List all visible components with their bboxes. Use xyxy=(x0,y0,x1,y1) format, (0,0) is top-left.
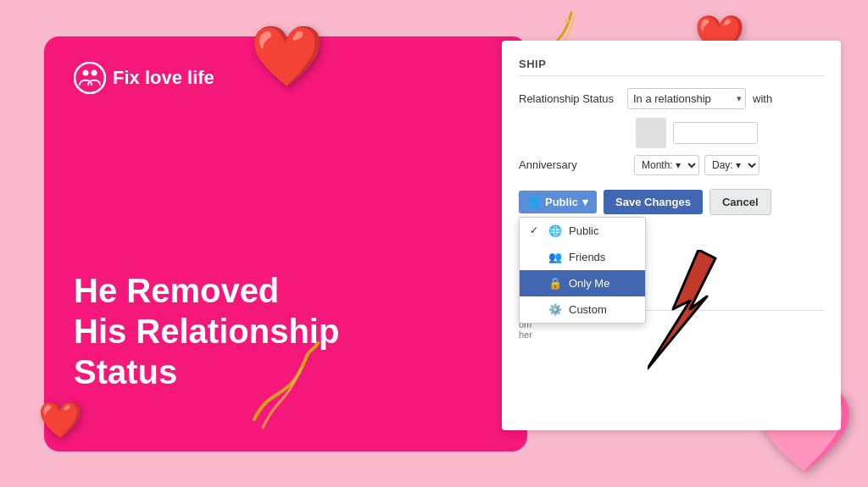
dropdown-only-me-label: Only Me xyxy=(569,277,609,290)
cursor-arrow xyxy=(648,250,758,377)
dropdown-custom[interactable]: ⚙️ Custom xyxy=(520,296,645,323)
privacy-dropdown: ✓ 🌐 Public 👥 Friends 🔒 Only Me ⚙️ xyxy=(519,217,646,324)
logo-text: Fix love life xyxy=(113,67,214,89)
main-container: ❤️ ❤️ ❤️ 🩷 🩷 Fix love life xyxy=(0,0,868,487)
dropdown-custom-label: Custom xyxy=(569,303,607,316)
dropdown-public-icon: 🌐 xyxy=(548,224,562,237)
dropdown-public[interactable]: ✓ 🌐 Public xyxy=(520,218,645,244)
deco-heart-top-left: ❤️ xyxy=(250,21,324,91)
dropdown-friends[interactable]: 👥 Friends xyxy=(520,244,645,270)
relationship-select[interactable]: In a relationship Single Engaged Married… xyxy=(627,88,746,109)
anniversary-label: Anniversary xyxy=(519,158,629,171)
partner-row xyxy=(519,118,824,148)
profile-pic-1 xyxy=(636,118,666,148)
relationship-label: Relationship Status xyxy=(519,92,620,105)
svg-point-5 xyxy=(92,69,97,75)
deco-heart-bottom-left: ❤️ xyxy=(38,399,82,440)
check-icon: ✓ xyxy=(530,224,542,236)
dropdown-only-me-icon: 🔒 xyxy=(548,277,562,290)
dropdown-friends-icon: 👥 xyxy=(548,251,562,263)
anniversary-row: Anniversary Month: ▾ Day: ▾ xyxy=(519,155,824,175)
dropdown-public-label: Public xyxy=(569,224,598,237)
dropdown-only-me[interactable]: 🔒 Only Me xyxy=(520,270,645,296)
logo-icon xyxy=(74,62,106,94)
svg-marker-6 xyxy=(648,250,715,368)
privacy-button[interactable]: 🌐 Public ▾ xyxy=(519,191,597,213)
dropdown-custom-icon: ⚙️ xyxy=(548,303,562,316)
globe-icon: 🌐 xyxy=(527,196,541,208)
privacy-action-row: 🌐 Public ▾ ✓ 🌐 Public 👥 Friends xyxy=(519,189,824,215)
relationship-row: Relationship Status In a relationship Si… xyxy=(519,88,824,109)
relationship-select-wrapper: In a relationship Single Engaged Married… xyxy=(627,88,746,109)
chevron-down-icon: ▾ xyxy=(582,196,588,208)
privacy-button-label: Public xyxy=(545,196,578,208)
anniversary-month[interactable]: Month: ▾ xyxy=(634,155,699,175)
anniversary-day[interactable]: Day: ▾ xyxy=(704,155,760,175)
with-label: with xyxy=(753,92,772,105)
dropdown-friends-label: Friends xyxy=(569,251,605,263)
save-button[interactable]: Save Changes xyxy=(604,190,703,214)
cancel-button[interactable]: Cancel xyxy=(709,189,771,215)
svg-point-4 xyxy=(83,69,89,75)
gold-ribbon-bottom xyxy=(237,335,339,436)
svg-point-2 xyxy=(565,19,570,24)
fb-section-title: SHIP xyxy=(519,58,824,76)
partner-name-input[interactable] xyxy=(673,122,758,144)
